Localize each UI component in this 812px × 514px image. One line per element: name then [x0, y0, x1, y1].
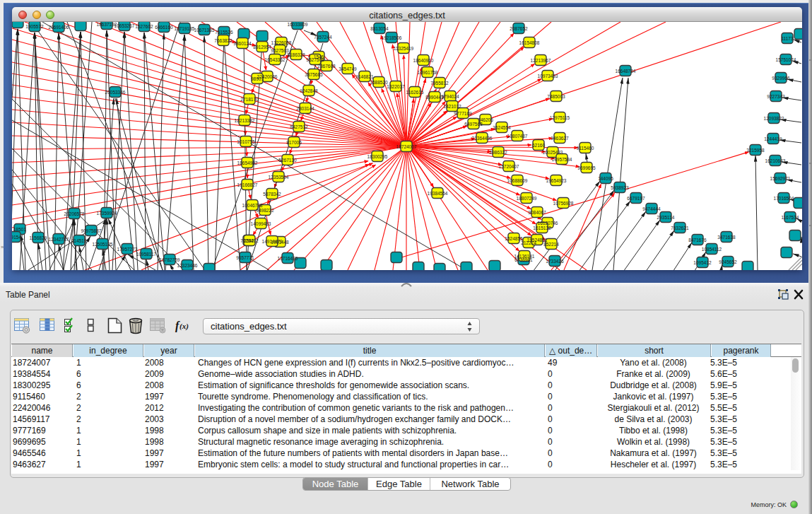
svg-text:9777169: 9777169	[454, 111, 472, 116]
svg-text:12093822: 12093822	[764, 116, 784, 121]
svg-text:9115460: 9115460	[577, 146, 594, 151]
svg-text:(x): (x)	[180, 322, 189, 331]
svg-text:10958117: 10958117	[136, 252, 157, 257]
svg-text:7515526: 7515526	[215, 30, 233, 35]
svg-text:6497568: 6497568	[464, 122, 483, 127]
svg-text:90975887: 90975887	[81, 228, 102, 233]
svg-text:7625402: 7625402	[240, 238, 259, 243]
svg-text:9329966: 9329966	[772, 76, 790, 81]
svg-text:9527503: 9527503	[271, 48, 289, 53]
svg-text:1421012: 1421012	[443, 104, 461, 109]
svg-text:5267130: 5267130	[278, 158, 297, 163]
svg-text:1905572: 1905572	[25, 24, 44, 29]
svg-text:852214: 852214	[543, 242, 559, 247]
svg-text:1244419: 1244419	[764, 136, 782, 141]
svg-text:19218506: 19218506	[382, 35, 402, 40]
svg-text:817006: 817006	[286, 140, 302, 145]
svg-text:19384554: 19384554	[428, 191, 448, 196]
svg-text:17957273: 17957273	[117, 247, 138, 252]
svg-text:18300295: 18300295	[367, 154, 388, 159]
svg-text:17359924: 17359924	[97, 211, 117, 216]
svg-text:9657771: 9657771	[236, 255, 254, 260]
svg-text:7632621: 7632621	[671, 226, 689, 230]
svg-text:19654923: 19654923	[546, 178, 567, 183]
svg-text:14914479: 14914479	[262, 239, 283, 244]
svg-text:16782759: 16782759	[160, 257, 180, 262]
svg-text:1156829: 1156829	[30, 235, 47, 240]
svg-text:9463627: 9463627	[551, 136, 569, 141]
svg-text:16154808: 16154808	[519, 40, 540, 45]
svg-text:1733426: 1733426	[546, 259, 564, 264]
svg-text:18640910: 18640910	[413, 58, 434, 63]
svg-text:10688609: 10688609	[507, 178, 528, 183]
svg-text:2986322: 2986322	[489, 150, 507, 155]
svg-text:10756928: 10756928	[553, 201, 574, 206]
svg-text:11173: 11173	[781, 36, 793, 41]
svg-text:1615132: 1615132	[533, 226, 551, 230]
svg-text:3875685: 3875685	[305, 72, 323, 77]
svg-text:144095: 144095	[598, 176, 613, 181]
svg-text:12353594: 12353594	[269, 175, 289, 180]
svg-text:10973493: 10973493	[538, 74, 558, 78]
svg-text:10046788: 10046788	[242, 203, 263, 208]
svg-text:1095412: 1095412	[693, 260, 712, 265]
svg-text:9146821: 9146821	[355, 74, 374, 79]
svg-text:98901: 98901	[251, 76, 264, 81]
svg-text:12505135: 12505135	[93, 242, 113, 247]
svg-text:3471638: 3471638	[717, 235, 736, 240]
svg-text:3624554: 3624554	[493, 125, 511, 130]
svg-text:16961758: 16961758	[418, 70, 438, 75]
svg-text:9242848: 9242848	[300, 88, 318, 93]
svg-text:10025433: 10025433	[543, 150, 563, 155]
svg-text:21364436: 21364436	[472, 136, 493, 141]
svg-text:12342737: 12342737	[49, 237, 69, 242]
svg-text:7357244: 7357244	[314, 35, 332, 40]
svg-text:9860124: 9860124	[233, 41, 252, 46]
svg-text:39154: 39154	[12, 235, 21, 240]
svg-text:15692971: 15692971	[770, 176, 791, 181]
svg-text:3454749: 3454749	[339, 66, 357, 71]
svg-text:20053346: 20053346	[105, 90, 126, 95]
svg-text:13226058: 13226058	[271, 40, 292, 45]
svg-text:9084067: 9084067	[528, 210, 546, 215]
svg-text:14136141: 14136141	[514, 254, 535, 259]
svg-text:7663822: 7663822	[214, 38, 233, 43]
svg-text:6679197: 6679197	[627, 196, 645, 201]
svg-text:8186328: 8186328	[287, 52, 305, 57]
svg-text:2087652: 2087652	[510, 26, 528, 31]
svg-text:114519: 114519	[71, 238, 87, 243]
svg-text:19166827: 19166827	[237, 182, 258, 187]
svg-text:7485003: 7485003	[547, 94, 565, 99]
svg-text:18654982: 18654982	[237, 160, 258, 165]
svg-text:2803144: 2803144	[296, 106, 314, 111]
svg-text:10719185: 10719185	[175, 26, 195, 31]
svg-text:18807249: 18807249	[517, 196, 537, 201]
svg-text:16120746: 16120746	[538, 221, 558, 226]
svg-text:9474444: 9474444	[642, 206, 661, 211]
svg-text:8912954: 8912954	[253, 45, 271, 49]
svg-text:10671385: 10671385	[194, 28, 215, 33]
svg-text:9227343: 9227343	[767, 94, 785, 99]
svg-text:9245652: 9245652	[719, 259, 737, 264]
svg-text:5938923: 5938923	[611, 185, 629, 190]
svg-text:9699695: 9699695	[577, 165, 596, 170]
svg-text:2935114: 2935114	[657, 215, 675, 220]
svg-text:16210643: 16210643	[765, 158, 786, 163]
svg-text:16033809: 16033809	[288, 22, 308, 27]
svg-text:1322037: 1322037	[387, 84, 405, 89]
svg-text:10653267: 10653267	[114, 23, 135, 28]
svg-text:9498222: 9498222	[256, 208, 274, 213]
svg-text:16648784: 16648784	[616, 69, 636, 74]
svg-text:10807487: 10807487	[507, 134, 528, 139]
svg-text:16543362: 16543362	[265, 57, 286, 62]
svg-text:1162615: 1162615	[406, 90, 424, 95]
svg-text:18724007: 18724007	[396, 144, 417, 149]
svg-text:15720407: 15720407	[499, 164, 519, 169]
svg-text:20691406: 20691406	[49, 25, 69, 30]
svg-text:5878342: 5878342	[263, 192, 281, 197]
svg-text:12975115: 12975115	[550, 115, 570, 120]
svg-text:17016504: 17016504	[774, 196, 794, 201]
svg-text:7955812: 7955812	[430, 81, 449, 86]
svg-text:15751074: 15751074	[776, 57, 796, 62]
svg-text:8813054: 8813054	[370, 26, 389, 31]
